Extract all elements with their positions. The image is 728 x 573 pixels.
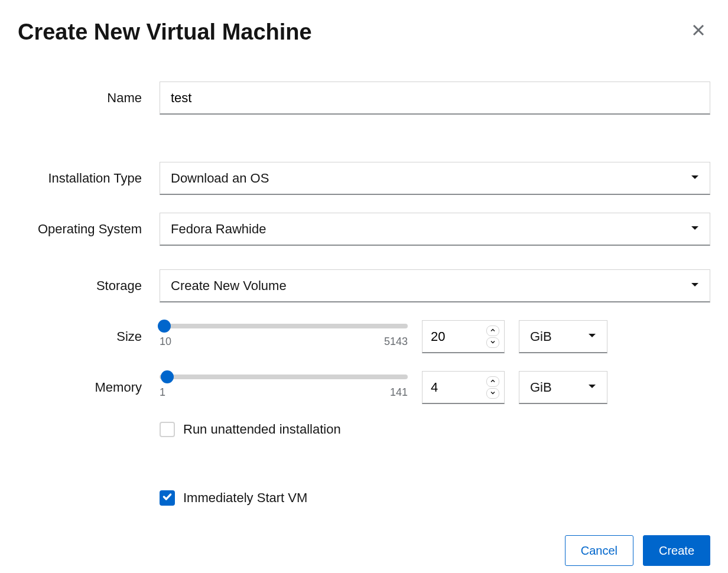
immediate-start-label[interactable]: Immediately Start VM	[183, 490, 307, 506]
size-max-label: 5143	[384, 336, 408, 348]
memory-slider[interactable]	[160, 371, 408, 383]
size-increment-button[interactable]	[486, 325, 499, 336]
memory-input[interactable]	[422, 372, 486, 403]
unattended-checkbox[interactable]	[160, 422, 175, 437]
close-icon	[691, 22, 706, 41]
dialog-title: Create New Virtual Machine	[18, 19, 312, 45]
operating-system-select[interactable]: Fedora Rawhide	[160, 213, 710, 246]
chevron-down-icon	[490, 390, 495, 396]
memory-slider-thumb[interactable]	[161, 370, 174, 383]
immediate-start-checkbox[interactable]	[160, 490, 175, 506]
memory-unit-value: GiB	[519, 371, 607, 404]
chevron-down-icon	[490, 340, 495, 345]
size-unit-value: GiB	[519, 320, 607, 353]
memory-increment-button[interactable]	[486, 376, 499, 387]
size-decrement-button[interactable]	[486, 337, 499, 348]
storage-value: Create New Volume	[160, 269, 710, 302]
storage-select[interactable]: Create New Volume	[160, 269, 710, 302]
operating-system-label: Operating System	[18, 222, 160, 237]
cancel-button[interactable]: Cancel	[565, 535, 633, 566]
memory-label: Memory	[18, 380, 160, 395]
installation-type-value: Download an OS	[160, 162, 710, 195]
installation-type-label: Installation Type	[18, 171, 160, 186]
unattended-label[interactable]: Run unattended installation	[183, 422, 341, 437]
check-icon	[162, 491, 173, 504]
storage-label: Storage	[18, 278, 160, 294]
memory-unit-select[interactable]: GiB	[519, 371, 607, 404]
close-button[interactable]	[687, 18, 710, 46]
size-input[interactable]	[422, 321, 486, 352]
operating-system-value: Fedora Rawhide	[160, 213, 710, 246]
name-label: Name	[18, 90, 160, 106]
size-unit-select[interactable]: GiB	[519, 320, 607, 353]
create-button[interactable]: Create	[643, 535, 710, 566]
chevron-up-icon	[490, 379, 495, 384]
memory-max-label: 141	[390, 386, 408, 399]
memory-min-label: 1	[160, 386, 165, 399]
memory-decrement-button[interactable]	[486, 388, 499, 399]
name-input[interactable]	[160, 82, 710, 115]
size-min-label: 10	[160, 336, 171, 348]
size-label: Size	[18, 329, 160, 344]
installation-type-select[interactable]: Download an OS	[160, 162, 710, 195]
size-slider[interactable]	[160, 320, 408, 332]
size-slider-thumb[interactable]	[158, 320, 171, 333]
chevron-up-icon	[490, 328, 495, 333]
